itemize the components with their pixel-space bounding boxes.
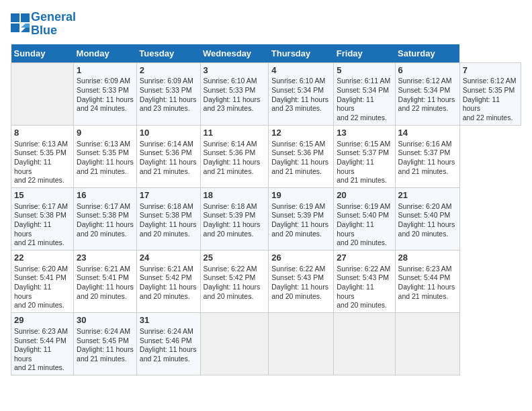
calendar-cell <box>395 312 459 375</box>
day-info: Sunrise: 6:13 AM Sunset: 5:35 PM Dayligh… <box>14 140 71 185</box>
calendar-cell: 19Sunrise: 6:19 AM Sunset: 5:39 PM Dayli… <box>269 187 334 250</box>
day-info: Sunrise: 6:13 AM Sunset: 5:35 PM Dayligh… <box>77 140 134 177</box>
day-number: 28 <box>398 253 457 264</box>
day-info: Sunrise: 6:22 AM Sunset: 5:42 PM Dayligh… <box>204 265 266 302</box>
calendar-cell: 7Sunrise: 6:12 AM Sunset: 5:35 PM Daylig… <box>459 62 521 125</box>
calendar-cell: 2Sunrise: 6:09 AM Sunset: 5:33 PM Daylig… <box>136 62 200 125</box>
logo-icon <box>11 13 30 32</box>
day-info: Sunrise: 6:23 AM Sunset: 5:44 PM Dayligh… <box>14 327 71 373</box>
calendar-cell <box>269 312 334 375</box>
day-info: Sunrise: 6:14 AM Sunset: 5:36 PM Dayligh… <box>140 140 197 177</box>
svg-rect-0 <box>11 13 19 22</box>
day-header-saturday: Saturday <box>395 44 459 63</box>
page-header: General Blue <box>11 11 521 38</box>
calendar-cell: 15Sunrise: 6:17 AM Sunset: 5:38 PM Dayli… <box>11 187 74 250</box>
logo: General Blue <box>11 11 76 38</box>
svg-rect-1 <box>21 13 30 22</box>
day-number: 8 <box>14 128 71 139</box>
day-info: Sunrise: 6:16 AM Sunset: 5:37 PM Dayligh… <box>398 140 457 177</box>
calendar-cell: 3Sunrise: 6:10 AM Sunset: 5:33 PM Daylig… <box>200 62 269 125</box>
day-number: 21 <box>398 190 457 201</box>
day-number: 14 <box>398 128 457 139</box>
logo-text: General Blue <box>31 11 76 38</box>
day-number: 9 <box>77 128 134 139</box>
day-info: Sunrise: 6:10 AM Sunset: 5:34 PM Dayligh… <box>271 77 330 113</box>
calendar-week-row: 22Sunrise: 6:20 AM Sunset: 5:41 PM Dayli… <box>11 250 521 312</box>
calendar-cell: 6Sunrise: 6:12 AM Sunset: 5:34 PM Daylig… <box>395 62 459 125</box>
calendar-cell <box>334 312 395 375</box>
calendar-cell: 5Sunrise: 6:11 AM Sunset: 5:34 PM Daylig… <box>334 62 395 125</box>
day-info: Sunrise: 6:18 AM Sunset: 5:38 PM Dayligh… <box>140 202 197 239</box>
day-info: Sunrise: 6:15 AM Sunset: 5:36 PM Dayligh… <box>271 140 330 177</box>
calendar-cell: 25Sunrise: 6:22 AM Sunset: 5:42 PM Dayli… <box>200 250 269 312</box>
calendar-cell: 8Sunrise: 6:13 AM Sunset: 5:35 PM Daylig… <box>11 125 74 187</box>
day-info: Sunrise: 6:09 AM Sunset: 5:33 PM Dayligh… <box>77 77 134 113</box>
day-info: Sunrise: 6:09 AM Sunset: 5:33 PM Dayligh… <box>140 77 197 113</box>
calendar-cell: 17Sunrise: 6:18 AM Sunset: 5:38 PM Dayli… <box>136 187 200 250</box>
day-number: 3 <box>204 65 266 77</box>
calendar-cell: 20Sunrise: 6:19 AM Sunset: 5:40 PM Dayli… <box>334 187 395 250</box>
day-number: 6 <box>398 65 457 77</box>
day-number: 22 <box>14 253 71 264</box>
calendar-cell: 4Sunrise: 6:10 AM Sunset: 5:34 PM Daylig… <box>269 62 334 125</box>
day-header-friday: Friday <box>334 44 395 63</box>
calendar-cell: 28Sunrise: 6:23 AM Sunset: 5:44 PM Dayli… <box>395 250 459 312</box>
svg-rect-2 <box>11 24 19 32</box>
day-number: 17 <box>140 190 197 201</box>
day-header-thursday: Thursday <box>269 44 334 63</box>
day-info: Sunrise: 6:12 AM Sunset: 5:35 PM Dayligh… <box>463 77 518 122</box>
day-number: 18 <box>204 190 266 201</box>
calendar-week-row: 8Sunrise: 6:13 AM Sunset: 5:35 PM Daylig… <box>11 125 521 187</box>
calendar-week-row: 1Sunrise: 6:09 AM Sunset: 5:33 PM Daylig… <box>11 62 521 125</box>
day-info: Sunrise: 6:12 AM Sunset: 5:34 PM Dayligh… <box>398 77 457 113</box>
svg-marker-4 <box>21 24 30 28</box>
calendar-cell: 18Sunrise: 6:18 AM Sunset: 5:39 PM Dayli… <box>200 187 269 250</box>
calendar-cell: 21Sunrise: 6:20 AM Sunset: 5:40 PM Dayli… <box>395 187 459 250</box>
day-info: Sunrise: 6:21 AM Sunset: 5:41 PM Dayligh… <box>77 265 134 302</box>
day-info: Sunrise: 6:22 AM Sunset: 5:43 PM Dayligh… <box>271 265 330 302</box>
day-header-sunday: Sunday <box>11 44 74 63</box>
calendar-cell: 22Sunrise: 6:20 AM Sunset: 5:41 PM Dayli… <box>11 250 74 312</box>
calendar-body: 1Sunrise: 6:09 AM Sunset: 5:33 PM Daylig… <box>11 62 521 375</box>
day-number: 1 <box>77 65 134 77</box>
day-number: 15 <box>14 190 71 201</box>
day-number: 23 <box>77 253 134 264</box>
day-number: 12 <box>271 128 330 139</box>
day-number: 27 <box>337 253 392 264</box>
calendar-cell: 29Sunrise: 6:23 AM Sunset: 5:44 PM Dayli… <box>11 312 74 375</box>
calendar-cell: 23Sunrise: 6:21 AM Sunset: 5:41 PM Dayli… <box>74 250 137 312</box>
day-number: 31 <box>140 315 197 326</box>
calendar-cell: 13Sunrise: 6:15 AM Sunset: 5:37 PM Dayli… <box>334 125 395 187</box>
day-info: Sunrise: 6:20 AM Sunset: 5:40 PM Dayligh… <box>398 202 457 239</box>
calendar-cell: 10Sunrise: 6:14 AM Sunset: 5:36 PM Dayli… <box>136 125 200 187</box>
day-info: Sunrise: 6:19 AM Sunset: 5:40 PM Dayligh… <box>337 202 392 248</box>
day-header-tuesday: Tuesday <box>136 44 200 63</box>
calendar-cell: 14Sunrise: 6:16 AM Sunset: 5:37 PM Dayli… <box>395 125 459 187</box>
day-header-wednesday: Wednesday <box>200 44 269 63</box>
day-number: 24 <box>140 253 197 264</box>
day-number: 2 <box>140 65 197 77</box>
calendar-week-row: 15Sunrise: 6:17 AM Sunset: 5:38 PM Dayli… <box>11 187 521 250</box>
calendar-cell <box>11 62 74 125</box>
day-info: Sunrise: 6:21 AM Sunset: 5:42 PM Dayligh… <box>140 265 197 302</box>
day-number: 16 <box>77 190 134 201</box>
day-info: Sunrise: 6:10 AM Sunset: 5:33 PM Dayligh… <box>204 77 266 113</box>
day-info: Sunrise: 6:24 AM Sunset: 5:46 PM Dayligh… <box>140 327 197 364</box>
calendar-cell: 12Sunrise: 6:15 AM Sunset: 5:36 PM Dayli… <box>269 125 334 187</box>
calendar-cell: 1Sunrise: 6:09 AM Sunset: 5:33 PM Daylig… <box>74 62 137 125</box>
calendar-cell: 16Sunrise: 6:17 AM Sunset: 5:38 PM Dayli… <box>74 187 137 250</box>
day-number: 10 <box>140 128 197 139</box>
calendar-cell: 31Sunrise: 6:24 AM Sunset: 5:46 PM Dayli… <box>136 312 200 375</box>
day-number: 20 <box>337 190 392 201</box>
calendar-cell: 11Sunrise: 6:14 AM Sunset: 5:36 PM Dayli… <box>200 125 269 187</box>
day-info: Sunrise: 6:17 AM Sunset: 5:38 PM Dayligh… <box>77 202 134 239</box>
calendar-header-row: SundayMondayTuesdayWednesdayThursdayFrid… <box>11 44 521 63</box>
day-number: 19 <box>271 190 330 201</box>
calendar-cell: 9Sunrise: 6:13 AM Sunset: 5:35 PM Daylig… <box>74 125 137 187</box>
day-info: Sunrise: 6:23 AM Sunset: 5:44 PM Dayligh… <box>398 265 457 302</box>
day-info: Sunrise: 6:24 AM Sunset: 5:45 PM Dayligh… <box>77 327 134 364</box>
day-number: 4 <box>271 65 330 77</box>
calendar-table: SundayMondayTuesdayWednesdayThursdayFrid… <box>11 44 521 375</box>
day-info: Sunrise: 6:11 AM Sunset: 5:34 PM Dayligh… <box>337 77 392 122</box>
day-number: 26 <box>271 253 330 264</box>
